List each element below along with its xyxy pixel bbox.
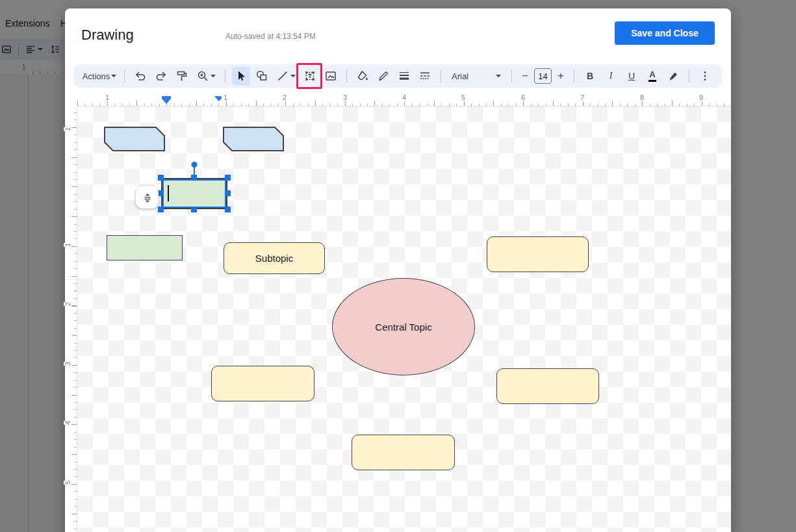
resize-handle-ne[interactable] (225, 175, 231, 181)
drawing-canvas[interactable]: Subtopic Central Topic (77, 106, 731, 532)
autofit-icon (142, 192, 153, 203)
ruler-number: 1 (64, 243, 71, 247)
divider (441, 70, 441, 82)
resize-handle-sw[interactable] (158, 207, 164, 212)
insert-image-button[interactable] (322, 67, 340, 85)
dialog-title: Drawing (81, 27, 134, 44)
divider (346, 70, 347, 82)
bold-button[interactable]: B (581, 67, 599, 85)
underline-button[interactable]: U (623, 67, 641, 85)
text-color-button[interactable]: A (643, 67, 661, 85)
zoom-button[interactable] (194, 67, 218, 85)
text-box-tool-button[interactable] (301, 67, 319, 85)
drawing-toolbar: Actions (73, 64, 722, 88)
central-topic-label: Central Topic (375, 322, 431, 333)
shape-green-rect[interactable] (107, 235, 183, 260)
autofit-button[interactable] (136, 186, 159, 209)
shape-tool-button[interactable] (253, 67, 271, 85)
resize-handle-s[interactable] (191, 207, 197, 212)
drawing-dialog: Drawing Auto-saved at 4:13:54 PM Save an… (65, 8, 731, 532)
ruler-number: 1 (103, 94, 111, 101)
zoom-icon (196, 70, 209, 82)
divider (574, 70, 574, 82)
font-size-input[interactable]: 14 (534, 68, 552, 84)
chevron-down-icon (211, 75, 216, 77)
redo-icon (155, 70, 168, 82)
ruler-number: 2 (64, 302, 71, 306)
border-dash-icon (418, 70, 431, 82)
divider (225, 70, 225, 82)
more-icon (699, 70, 712, 82)
ruler-number: 7 (578, 94, 586, 101)
horizontal-ruler: 1123456789 (77, 93, 731, 106)
ruler-number: 8 (638, 94, 646, 101)
line-icon (276, 70, 289, 82)
ruler-number: 3 (341, 94, 349, 101)
decrease-font-size-button[interactable]: − (519, 67, 532, 85)
ruler-number: 5 (64, 481, 71, 485)
bold-icon: B (587, 71, 593, 81)
redo-button[interactable] (152, 67, 170, 85)
resize-handle-w[interactable] (158, 190, 164, 196)
text-cursor (168, 185, 169, 201)
select-icon (235, 70, 248, 82)
highlight-color-button[interactable] (664, 67, 682, 85)
italic-icon: I (610, 71, 613, 81)
ruler-number: 9 (697, 94, 705, 101)
shape-yellow-mid-right[interactable] (496, 368, 599, 404)
more-options-button[interactable] (696, 67, 714, 85)
fill-color-icon (356, 70, 369, 82)
border-weight-button[interactable] (395, 67, 413, 85)
divider (124, 70, 125, 82)
ruler-number: 4 (400, 94, 408, 101)
increase-font-size-button[interactable]: + (554, 67, 567, 85)
shape-yellow-bottom[interactable] (352, 435, 455, 470)
border-color-button[interactable] (374, 67, 392, 85)
shape-icon (255, 70, 268, 82)
border-weight-icon (398, 70, 411, 82)
image-icon (324, 70, 337, 82)
shape-yellow-top-right[interactable] (487, 236, 589, 272)
ruler-number: 4 (64, 421, 71, 425)
shape-blue-snip-rect-2[interactable] (223, 127, 284, 151)
paint-format-icon (175, 70, 188, 82)
shape-yellow-mid-left[interactable] (211, 366, 315, 401)
text-box-icon (303, 70, 316, 82)
font-family-dropdown[interactable]: Arial (448, 67, 505, 85)
autosave-status: Auto-saved at 4:13:54 PM (225, 32, 316, 41)
paint-format-button[interactable] (173, 67, 191, 85)
ruler-number: 3 (64, 362, 71, 366)
subtopic-label: Subtopic (255, 253, 293, 264)
actions-menu-button[interactable]: Actions (81, 67, 118, 85)
left-indent-marker[interactable] (162, 96, 171, 104)
text-color-icon: A (648, 70, 656, 81)
ruler-number: 1 (64, 127, 71, 131)
undo-icon (134, 70, 147, 82)
fill-color-button[interactable] (353, 67, 372, 85)
divider (689, 70, 689, 82)
vertical-ruler: 112345 (65, 106, 77, 532)
shape-central-topic[interactable]: Central Topic (332, 278, 475, 375)
ruler-number: 2 (281, 94, 289, 101)
italic-button[interactable]: I (602, 67, 620, 85)
chevron-down-icon (290, 75, 296, 77)
resize-handle-e[interactable] (225, 190, 231, 196)
ruler-number: 6 (519, 94, 527, 101)
save-and-close-button[interactable]: Save and Close (615, 21, 715, 45)
resize-handle-nw[interactable] (158, 175, 164, 181)
chevron-down-icon (496, 75, 501, 77)
resize-handle-se[interactable] (225, 207, 231, 212)
border-dash-button[interactable] (416, 67, 434, 85)
ruler-number: 5 (459, 94, 467, 101)
shape-blue-snip-rect-1[interactable] (104, 127, 165, 151)
rotation-handle[interactable] (192, 162, 198, 168)
resize-handle-n[interactable] (191, 175, 197, 181)
selected-text-box[interactable] (161, 178, 227, 209)
line-tool-button[interactable] (274, 67, 298, 85)
select-tool-button[interactable] (232, 67, 250, 85)
shape-subtopic[interactable]: Subtopic (224, 242, 325, 274)
divider (511, 70, 512, 82)
underline-icon: U (628, 71, 635, 81)
border-color-icon (377, 70, 390, 82)
undo-button[interactable] (131, 67, 149, 85)
